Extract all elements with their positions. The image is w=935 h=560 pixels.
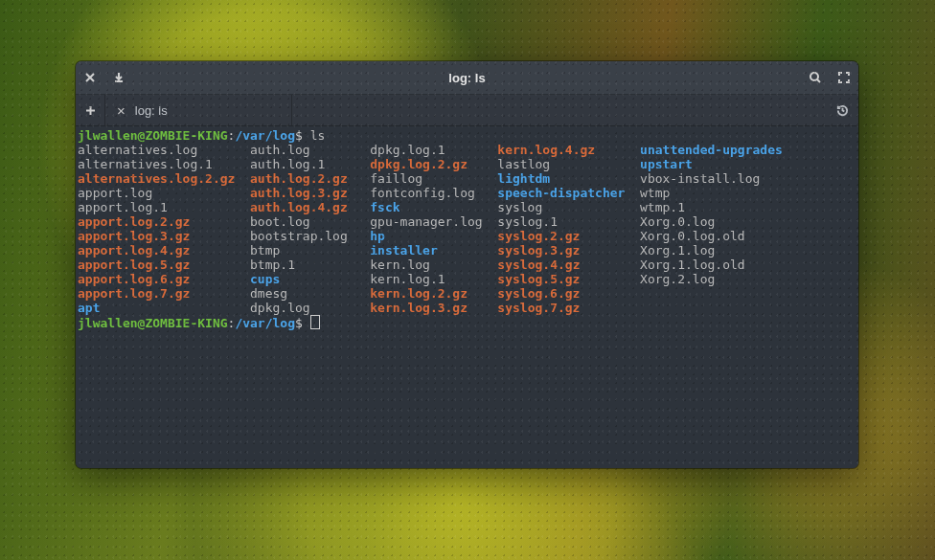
- ls-entry: fontconfig.log: [370, 186, 475, 200]
- tabbar-spacer: [292, 95, 826, 125]
- ls-entry: syslog.7.gz: [497, 301, 580, 315]
- ls-entry: speech-dispatcher: [497, 186, 625, 200]
- terminal-output-line: alternatives.log auth.log dpkg.log.1 ker…: [78, 143, 858, 157]
- ls-entry: lastlog: [497, 157, 550, 171]
- ls-entry: Xorg.1.log: [640, 243, 715, 258]
- ls-entry: Xorg.2.log: [640, 272, 715, 286]
- ls-entry: apport.log.5.gz: [78, 258, 190, 272]
- ls-entry: btmp: [250, 243, 280, 258]
- ls-entry: apport.log.1: [78, 200, 168, 214]
- terminal-window: log: ls × log: ls jlwallen@ZOMBIE-KING:/…: [76, 61, 858, 468]
- ls-entry: apt: [78, 301, 100, 315]
- terminal-output-line: apport.log.6.gz cups kern.log.1 syslog.5…: [78, 272, 858, 286]
- terminal-prompt-line: jlwallen@ZOMBIE-KING:/var/log$: [78, 315, 858, 330]
- terminal-output-line: apt dpkg.log kern.log.3.gz syslog.7.gz: [78, 301, 858, 315]
- ls-entry: apport.log.6.gz: [78, 272, 190, 286]
- download-icon: [112, 71, 125, 84]
- close-icon: [83, 71, 97, 84]
- ls-entry: Xorg.0.log: [640, 214, 715, 229]
- ls-entry: dmesg: [250, 286, 287, 301]
- ls-entry: apport.log: [78, 186, 152, 200]
- ls-entry: kern.log.4.gz: [497, 143, 595, 157]
- ls-entry: btmp.1: [250, 258, 295, 272]
- plus-icon: [84, 104, 97, 117]
- terminal-output-line: apport.log.1 auth.log.4.gz fsck syslog w…: [78, 200, 858, 214]
- ls-entry: apport.log.2.gz: [78, 214, 190, 229]
- ls-entry: wtmp.1: [640, 200, 685, 214]
- terminal-viewport[interactable]: jlwallen@ZOMBIE-KING:/var/log$ lsalterna…: [76, 126, 858, 468]
- terminal-output-line: apport.log.2.gz boot.log gpu-manager.log…: [78, 214, 858, 229]
- fullscreen-button[interactable]: [830, 61, 858, 94]
- ls-entry: syslog.1: [497, 214, 558, 229]
- history-icon: [835, 103, 850, 118]
- ls-entry: kern.log: [370, 258, 430, 272]
- ls-entry: auth.log.4.gz: [250, 200, 348, 214]
- history-button[interactable]: [826, 95, 858, 125]
- ls-entry: apport.log.7.gz: [78, 286, 190, 301]
- ls-entry: fsck: [370, 200, 399, 214]
- terminal-output-line: apport.log.4.gz btmp installer syslog.3.…: [78, 243, 858, 258]
- terminal-prompt-line: jlwallen@ZOMBIE-KING:/var/log$ ls: [78, 128, 858, 143]
- terminal-output-line: apport.log.7.gz dmesg kern.log.2.gz sysl…: [78, 286, 858, 301]
- ls-entry: kern.log.2.gz: [370, 286, 468, 301]
- terminal-output-line: apport.log.3.gz bootstrap.log hp syslog.…: [78, 229, 858, 243]
- fullscreen-icon: [837, 71, 851, 84]
- ls-entry: vbox-install.log: [640, 171, 760, 186]
- window-close-button[interactable]: [76, 61, 104, 94]
- ls-entry: alternatives.log.1: [78, 157, 213, 171]
- ls-entry: syslog.6.gz: [497, 286, 580, 301]
- ls-entry: syslog.4.gz: [497, 258, 580, 272]
- tab-label: log: ls: [135, 103, 168, 118]
- ls-entry: syslog.2.gz: [497, 229, 580, 243]
- ls-entry: apport.log.4.gz: [78, 243, 190, 258]
- ls-entry: unattended-upgrades: [640, 143, 783, 157]
- tabbar: × log: ls: [76, 95, 858, 126]
- terminal-output-line: apport.log.5.gz btmp.1 kern.log syslog.4…: [78, 258, 858, 272]
- ls-entry: kern.log.1: [370, 272, 445, 286]
- search-icon: [809, 71, 822, 84]
- ls-entry: hp: [370, 229, 385, 243]
- window-title: log: ls: [133, 71, 801, 85]
- ls-entry: cups: [250, 272, 280, 286]
- svg-point-0: [810, 73, 818, 80]
- ls-entry: faillog: [370, 171, 422, 186]
- ls-entry: dpkg.log.2.gz: [370, 157, 468, 171]
- new-tab-button[interactable]: [76, 95, 105, 125]
- terminal-output-line: alternatives.log.2.gz auth.log.2.gz fail…: [78, 171, 858, 186]
- ls-entry: alternatives.log: [78, 143, 197, 157]
- ls-entry: alternatives.log.2.gz: [78, 171, 235, 186]
- ls-entry: dpkg.log.1: [370, 143, 445, 157]
- ls-entry: auth.log.2.gz: [250, 171, 348, 186]
- ls-entry: boot.log: [250, 214, 310, 229]
- ls-entry: auth.log.1: [250, 157, 325, 171]
- titlebar: log: ls: [76, 61, 858, 95]
- ls-entry: auth.log: [250, 143, 310, 157]
- ls-entry: wtmp: [640, 186, 670, 200]
- ls-entry: apport.log.3.gz: [78, 229, 190, 243]
- ls-entry: installer: [370, 243, 437, 258]
- ls-entry: syslog.3.gz: [497, 243, 580, 258]
- ls-entry: kern.log.3.gz: [370, 301, 468, 315]
- ls-entry: upstart: [640, 157, 693, 171]
- tab-close-button[interactable]: ×: [117, 103, 125, 118]
- ls-entry: auth.log.3.gz: [250, 186, 348, 200]
- ls-entry: Xorg.0.log.old: [640, 229, 745, 243]
- ls-entry: syslog.5.gz: [497, 272, 580, 286]
- terminal-output-line: alternatives.log.1 auth.log.1 dpkg.log.2…: [78, 157, 858, 171]
- terminal-cursor: [310, 315, 320, 329]
- ls-entry: gpu-manager.log: [370, 214, 482, 229]
- ls-entry: bootstrap.log: [250, 229, 348, 243]
- search-button[interactable]: [801, 61, 830, 94]
- ls-entry: dpkg.log: [250, 301, 310, 315]
- ls-entry: syslog: [497, 200, 542, 214]
- ls-entry: lightdm: [497, 171, 550, 186]
- download-button[interactable]: [104, 61, 133, 94]
- tab-active[interactable]: × log: ls: [105, 95, 292, 125]
- terminal-output-line: apport.log auth.log.3.gz fontconfig.log …: [78, 186, 858, 200]
- ls-entry: Xorg.1.log.old: [640, 258, 745, 272]
